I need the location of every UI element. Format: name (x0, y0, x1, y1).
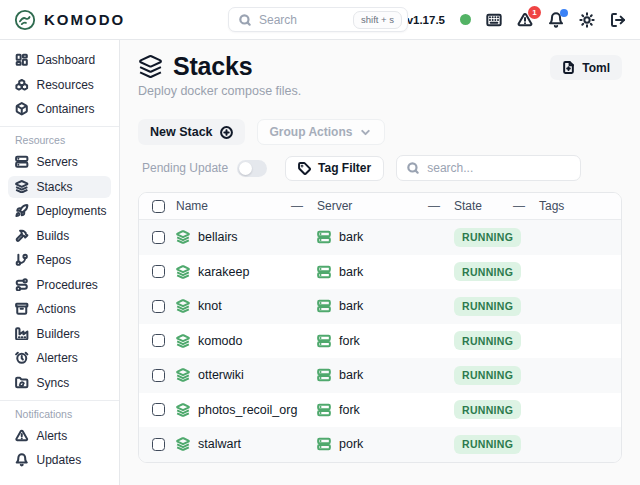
server-icon (317, 403, 331, 417)
sidebar-divider (0, 126, 119, 127)
toml-button[interactable]: Toml (550, 55, 622, 80)
brand-name: KOMODO (44, 11, 125, 28)
sun-icon (579, 12, 595, 28)
sort-indicator[interactable]: — (428, 199, 440, 213)
route-icon (15, 278, 29, 292)
sidebar-item-stacks[interactable]: Stacks (8, 176, 111, 198)
table-row[interactable]: otterwiki bark RUNNING (139, 358, 621, 393)
column-header-state[interactable]: State — (454, 199, 539, 213)
server-icon (317, 230, 331, 244)
sort-indicator[interactable]: — (291, 199, 303, 213)
stack-name: knot (198, 299, 222, 313)
updates-indicator-button[interactable] (548, 12, 564, 28)
row-checkbox[interactable] (152, 369, 165, 382)
komodo-logo-icon (14, 9, 36, 31)
table-row[interactable]: bellairs bark RUNNING (139, 220, 621, 255)
version-label: v1.17.5 (407, 14, 445, 26)
sidebar-item-servers[interactable]: Servers (8, 151, 111, 173)
column-header-tags[interactable]: Tags (539, 199, 621, 213)
sidebar-item-resources[interactable]: Resources (8, 74, 111, 96)
toggle-knob (239, 162, 252, 175)
stack-layers-icon (176, 265, 190, 279)
sidebar-section-notifications: Notifications (8, 408, 111, 420)
keyboard-shortcuts-button[interactable] (486, 12, 502, 28)
table-row[interactable]: komodo fork RUNNING (139, 324, 621, 359)
tag-filter-button[interactable]: Tag Filter (285, 156, 384, 181)
sidebar-item-label: Updates (37, 453, 82, 467)
column-header-name[interactable]: Name — (176, 199, 317, 213)
file-plus-icon (562, 61, 575, 74)
stack-layers-icon (176, 299, 190, 313)
table-row[interactable]: knot bark RUNNING (139, 289, 621, 324)
connection-status-dot (460, 14, 471, 25)
sidebar-item-label: Procedures (37, 278, 98, 292)
stack-name: karakeep (198, 265, 249, 279)
pending-update-toggle[interactable] (237, 160, 267, 177)
folder-sync-icon (15, 376, 29, 390)
box-icon (15, 102, 29, 116)
sidebar-item-procedures[interactable]: Procedures (8, 274, 111, 296)
sidebar-item-repos[interactable]: Repos (8, 249, 111, 271)
sidebar-item-label: Deployments (37, 204, 107, 218)
sidebar-item-actions[interactable]: Actions (8, 298, 111, 320)
sidebar-item-label: Resources (37, 78, 94, 92)
row-checkbox[interactable] (152, 403, 165, 416)
sidebar-item-builds[interactable]: Builds (8, 225, 111, 247)
hammer-icon (15, 229, 29, 243)
layers-title-icon (138, 54, 163, 79)
sidebar-item-alerters[interactable]: Alerters (8, 347, 111, 369)
stack-name: stalwart (198, 437, 241, 451)
table-row[interactable]: stalwart pork RUNNING (139, 427, 621, 462)
git-branch-icon (15, 253, 29, 267)
brand[interactable]: KOMODO (14, 9, 125, 31)
server-icon (15, 155, 29, 169)
column-header-server[interactable]: Server — (317, 199, 454, 213)
server-name: fork (339, 334, 360, 348)
stack-layers-icon (176, 334, 190, 348)
sidebar-item-containers[interactable]: Containers (8, 98, 111, 120)
theme-toggle-button[interactable] (579, 12, 595, 28)
table-row[interactable]: photos_recoil_org fork RUNNING (139, 393, 621, 428)
row-checkbox[interactable] (152, 334, 165, 347)
server-name: bark (339, 265, 363, 279)
row-checkbox[interactable] (152, 265, 165, 278)
sidebar-item-syncs[interactable]: Syncs (8, 372, 111, 394)
global-search[interactable]: Search shift + s (228, 7, 408, 32)
state-badge: RUNNING (454, 297, 521, 316)
group-actions-button[interactable]: Group Actions (257, 119, 386, 145)
table-search-input[interactable] (427, 161, 571, 175)
table-search[interactable] (396, 155, 581, 181)
alerts-indicator-button[interactable]: 1 (517, 12, 533, 28)
server-name: bark (339, 368, 363, 382)
sidebar-item-updates[interactable]: Updates (8, 449, 111, 471)
row-checkbox[interactable] (152, 300, 165, 313)
new-stack-button[interactable]: New Stack (138, 119, 245, 145)
row-checkbox[interactable] (152, 438, 165, 451)
alert-triangle-icon (15, 429, 29, 443)
sidebar-item-dashboard[interactable]: Dashboard (8, 49, 111, 71)
sidebar-item-builders[interactable]: Builders (8, 323, 111, 345)
tag-icon (298, 162, 311, 175)
server-icon (317, 334, 331, 348)
sidebar-item-label: Repos (37, 253, 72, 267)
stack-layers-icon (176, 437, 190, 451)
select-all-checkbox[interactable] (152, 200, 165, 213)
server-name: bark (339, 299, 363, 313)
archive-box-icon (15, 302, 29, 316)
row-checkbox[interactable] (152, 231, 165, 244)
sidebar: Dashboard Resources Containers Resources… (0, 40, 120, 485)
sidebar-item-alerts[interactable]: Alerts (8, 425, 111, 447)
chevron-down-icon (359, 126, 372, 139)
sidebar-divider (0, 400, 119, 401)
server-name: bark (339, 230, 363, 244)
sidebar-item-label: Builders (37, 327, 80, 341)
sort-indicator[interactable]: — (513, 199, 525, 213)
search-icon (238, 13, 252, 27)
boxes-icon (15, 78, 29, 92)
alarm-clock-icon (15, 351, 29, 365)
table-row[interactable]: karakeep bark RUNNING (139, 255, 621, 290)
sidebar-item-deployments[interactable]: Deployments (8, 200, 111, 222)
main-content: Stacks Deploy docker compose files. Toml… (120, 0, 640, 463)
sidebar-item-label: Stacks (37, 180, 73, 194)
logout-button[interactable] (610, 12, 626, 28)
